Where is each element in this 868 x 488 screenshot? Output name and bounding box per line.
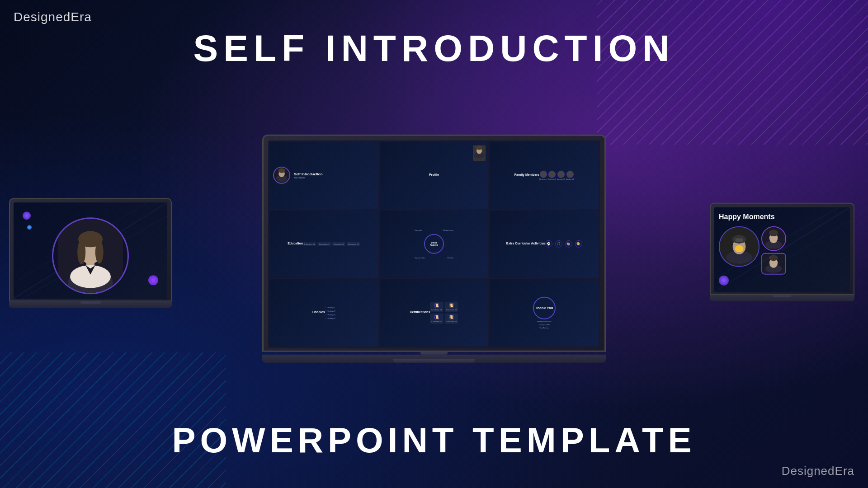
center-laptop-base [262, 354, 606, 362]
slide-profile: Profile [380, 142, 489, 209]
edu-item-4: Education #4 [347, 242, 360, 246]
intro-title: Self Introduction [294, 172, 375, 176]
sub-title-text: POWERPOINT TEMPLATE [0, 420, 868, 461]
thankyou-text: Thank You [535, 306, 553, 310]
svg-line-22 [714, 207, 839, 279]
left-laptop-notch [80, 301, 101, 304]
slide-thank-you: Thank You name@domain.com (123) 456 7890… [490, 279, 599, 347]
hobbies-title: Hobbies [312, 310, 325, 314]
svg-point-11 [74, 265, 107, 283]
brand-logo-topleft: DesignedEra [14, 10, 92, 24]
right-screen-content: Happy Moments [714, 207, 850, 292]
hobby-item-1: Hobby #1 [325, 306, 335, 309]
cert-item-3: 📜 Certificate #3 [430, 314, 443, 324]
cert-title: Certifications [410, 310, 430, 314]
edu-item-1: Education #1 [303, 242, 316, 246]
cert-grid: 📜 Certificate #1 📜 Certificate #2 📜 Cert… [430, 302, 458, 324]
extra-icons: ⚽ 🎵 📚 🎨 [545, 240, 582, 248]
hobbies-list: Hobby #1 Hobby #2 Hobby #3 Hobby #4 [325, 305, 335, 320]
family-title: Family Members [514, 173, 539, 176]
slide-swot: Strengths Weaknesses Opportunities Threa… [380, 211, 489, 278]
svg-point-9 [95, 240, 104, 263]
extra-icon-2: 🎵 [555, 240, 562, 248]
svg-point-8 [77, 240, 85, 264]
decorative-lines-topright [597, 0, 868, 145]
profile-image [473, 145, 486, 161]
main-title-section: SELF INTRODUCTION [0, 27, 868, 70]
laptop-right: Happy Moments [710, 203, 854, 301]
left-screen-bezel [9, 198, 172, 301]
member-avatar-1 [540, 171, 547, 178]
portrait-circle [52, 217, 129, 294]
slide-extra-curricular: Extra Curricular Activities ⚽ 🎵 📚 🎨 [490, 211, 599, 278]
left-laptop-base [9, 301, 172, 308]
svg-point-16 [278, 169, 285, 173]
intro-text-block: Self Introduction Your Name [294, 172, 375, 179]
cert-item-1: 📜 Certificate #1 [430, 302, 443, 312]
left-screen [14, 202, 167, 299]
center-laptop-notch [420, 352, 448, 354]
family-member-1: Member #1 [539, 171, 547, 180]
right-laptop-base [710, 295, 854, 301]
swot-center-ring: SWOTAnalysis [424, 234, 444, 254]
cert-icon-2: 📜 [449, 303, 454, 308]
slide-self-intro: Self Introduction Your Name [269, 142, 378, 209]
member-avatar-4 [566, 171, 574, 178]
svg-line-21 [714, 207, 850, 292]
main-title-text: SELF INTRODUCTION [0, 27, 868, 70]
cert-icon-1: 📜 [434, 303, 439, 308]
laptop-center: Self Introduction Your Name Profile [262, 135, 606, 363]
member-avatar-2 [548, 171, 556, 178]
swot-threats: Threats [447, 257, 453, 259]
slide-family: Family Members Member #1 Member #2 Membe… [490, 142, 599, 209]
swot-strengths: Strengths [415, 229, 422, 231]
family-member-2: Member #2 [548, 171, 556, 180]
cert-item-2: 📜 Certificate #2 [445, 302, 458, 312]
slide-education: Education Education #1 Education #2 Educ… [269, 211, 378, 278]
cert-icon-3: 📜 [434, 315, 439, 319]
extra-icon-4: 🎨 [575, 240, 582, 248]
contact-phone: (123) 456 7890 [539, 324, 550, 326]
left-orb-2 [27, 225, 32, 230]
hobby-item-3: Hobby #3 [325, 313, 335, 316]
left-orb-1 [23, 211, 31, 220]
education-items: Education #1 Education #2 Education #3 E… [303, 242, 360, 246]
right-orb-1 [719, 275, 729, 285]
right-laptop-notch [773, 295, 791, 297]
swot-center-label: SWOTAnalysis [430, 242, 439, 247]
slide-hobbies: Hobbies Hobby #1 Hobby #2 Hobby #3 Hobby… [269, 279, 378, 347]
svg-line-23 [732, 221, 850, 292]
intro-avatar [273, 167, 290, 184]
cert-item-4: 📜 Certificate #4 [445, 314, 458, 324]
swot-weaknesses: Weaknesses [443, 229, 453, 231]
thankyou-ring: Thank You [533, 297, 556, 319]
edu-item-2: Education #2 [317, 242, 330, 246]
left-screen-content [14, 202, 167, 299]
contact-email: name@domain.com [537, 321, 551, 323]
center-screen: Self Introduction Your Name Profile [268, 141, 600, 348]
right-screen: Happy Moments [714, 207, 850, 292]
family-member-4: Member #4 [566, 171, 574, 180]
svg-point-20 [476, 145, 482, 150]
slide-certifications: Certifications 📜 Certificate #1 📜 Certif… [380, 279, 489, 347]
sub-title-section: POWERPOINT TEMPLATE [0, 420, 868, 461]
member-avatar-3 [557, 171, 565, 178]
edu-item-3: Education #3 [332, 242, 345, 246]
family-members-list: Member #1 Member #2 Member #3 Member #4 [539, 171, 574, 180]
cert-icon-4: 📜 [449, 315, 454, 319]
member-label-3: Member #3 [557, 178, 565, 180]
profile-title: Profile [429, 173, 439, 176]
laptop-left [9, 198, 172, 308]
contact-address: Your Address [539, 327, 549, 329]
hobby-item-4: Hobby #4 [325, 317, 335, 319]
family-member-3: Member #3 [557, 171, 565, 180]
brand-logo-bottomright: DesignedEra [782, 464, 854, 478]
swot-opportunities: Opportunities [415, 257, 425, 259]
education-title: Education [288, 242, 303, 245]
extra-title: Extra Curricular Activities [506, 242, 545, 245]
right-screen-bezel: Happy Moments [710, 203, 854, 295]
intro-subtitle: Your Name [294, 176, 375, 179]
hobby-item-2: Hobby #2 [325, 310, 335, 312]
left-orb-3 [148, 275, 158, 285]
member-label-4: Member #4 [566, 178, 574, 180]
